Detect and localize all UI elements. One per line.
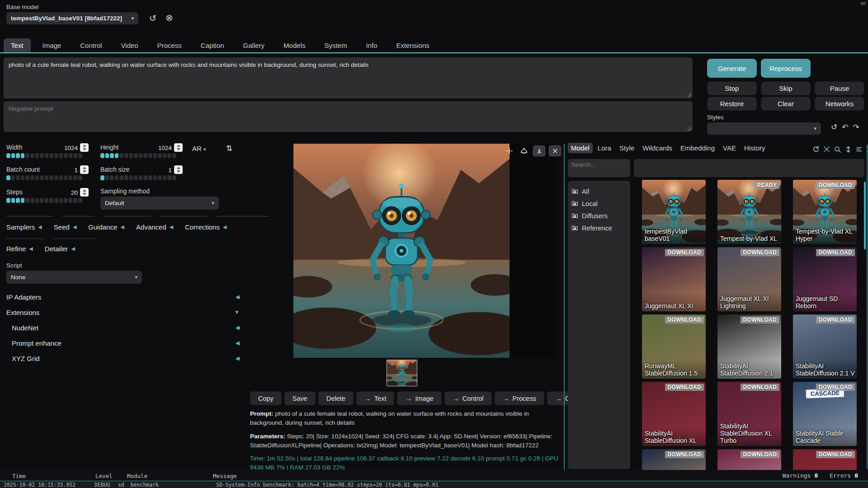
accordion-guidance[interactable]: Guidance◀	[88, 223, 124, 231]
tab-process[interactable]: Process	[150, 38, 189, 52]
section-extensions[interactable]: Extensions▼	[4, 305, 242, 320]
accordion-advanced[interactable]: Advanced◀	[136, 223, 173, 231]
unload-model-icon[interactable]: ⊗	[165, 12, 173, 24]
networks-tab-embedding[interactable]: Embedding	[677, 143, 718, 153]
steps-stepper[interactable]	[80, 188, 89, 197]
height-stepper[interactable]	[174, 143, 183, 152]
styles-select[interactable]: ▾	[707, 122, 821, 135]
steps-value[interactable]: 20	[49, 189, 78, 196]
networks-tab-history[interactable]: History	[741, 143, 769, 153]
restore-button[interactable]: Restore	[707, 97, 757, 111]
tab-info[interactable]: Info	[359, 38, 384, 52]
tab-models[interactable]: Models	[276, 38, 312, 52]
tab-system[interactable]: System	[317, 38, 354, 52]
pause-button[interactable]: Pause	[815, 81, 864, 95]
batch-size-slider[interactable]	[100, 175, 176, 180]
recycle-icon[interactable]	[519, 145, 529, 156]
send-to-process-button[interactable]: →Process	[495, 391, 544, 405]
accordion-seed[interactable]: Seed◀	[54, 223, 77, 231]
styles-refresh-icon[interactable]: ↺	[831, 122, 837, 132]
tab-gallery[interactable]: Gallery	[236, 38, 272, 52]
batch-count-value[interactable]: 1	[49, 167, 78, 174]
section-xyz-grid[interactable]: XYZ Grid◀	[4, 351, 242, 366]
model-card[interactable]: DOWNLOAD	[642, 449, 706, 470]
networks-view-icon[interactable]	[855, 145, 863, 153]
model-card-tempest-by-vlad-xl-hyper[interactable]: DOWNLOADTempest-by-Vlad XL Hyper	[793, 180, 857, 244]
tab-extensions[interactable]: Extensions	[389, 38, 436, 52]
negative-prompt-input[interactable]	[4, 101, 693, 132]
refresh-model-icon[interactable]: ↺	[149, 12, 156, 24]
log-row[interactable]: 2025-10-02 18:15:33.052 DEBUG sd benchma…	[0, 481, 868, 488]
networks-tab-vae[interactable]: VAE	[720, 143, 739, 153]
networks-tab-style[interactable]: Style	[616, 143, 637, 153]
networks-tab-model[interactable]: Model	[568, 143, 593, 153]
stop-button[interactable]: Stop	[707, 81, 757, 95]
networks-sort-icon[interactable]	[844, 145, 852, 153]
height-slider[interactable]	[100, 153, 176, 158]
generated-image[interactable]	[293, 144, 509, 358]
accordion-refine[interactable]: Refine◀	[6, 245, 33, 253]
send-to-control-button[interactable]: →Control	[444, 391, 492, 405]
delete-button[interactable]: Delete	[318, 391, 354, 405]
networks-close-icon[interactable]	[866, 145, 868, 153]
tab-caption[interactable]: Caption	[193, 38, 231, 52]
model-card-stabilityai-stablediffusion-xl-turbo[interactable]: DOWNLOADStabilityAI StableDiffusion XL T…	[717, 382, 781, 446]
save-button[interactable]: Save	[284, 391, 316, 405]
panel-divider[interactable]	[564, 144, 565, 470]
height-value[interactable]: 1024	[143, 145, 172, 151]
prompt-input[interactable]: photo of a cute female teal robot, walki…	[4, 57, 693, 99]
folder-all[interactable]: All	[571, 185, 627, 197]
batch-count-slider[interactable]	[6, 175, 82, 180]
model-card-juggernaut-xl-xi[interactable]: DOWNLOADJuggernaut XL XI	[642, 247, 706, 311]
networks-button[interactable]: Networks	[815, 97, 864, 111]
styles-save-icon[interactable]: ↷	[853, 122, 859, 132]
tab-text[interactable]: Text	[4, 38, 31, 52]
reprocess-button[interactable]: Reprocess	[761, 59, 811, 78]
section-nudenet[interactable]: NudeNet◀	[4, 320, 242, 335]
model-card-stabilityai-stablediffusion-2-1[interactable]: DOWNLOADStabilityAI StableDiffusion 2.1	[717, 314, 781, 379]
folder-reference[interactable]: Reference	[571, 222, 627, 234]
model-card-stabilityai-stablediffusion-2-1-v[interactable]: DOWNLOADStabilityAI StableDiffusion 2.1 …	[793, 314, 857, 379]
copy-button[interactable]: Copy	[250, 391, 282, 405]
close-icon[interactable]	[549, 145, 561, 156]
batch-size-value[interactable]: 1	[143, 167, 172, 174]
folder-diffusers[interactable]: Diffusers	[571, 210, 627, 222]
model-card-stabilityai-stablediffusion-xl[interactable]: DOWNLOADStabilityAI StableDiffusion XL	[642, 382, 706, 446]
accordion-detailer[interactable]: Detailer◀	[45, 245, 75, 253]
networks-search-icon[interactable]	[834, 145, 841, 153]
model-card-runwayml-stablediffusion-1-5[interactable]: DOWNLOADRunwayML StableDiffusion 1.5	[642, 314, 706, 379]
folder-local[interactable]: Local	[571, 197, 627, 210]
styles-apply-icon[interactable]: ↶	[842, 122, 848, 132]
networks-search-input[interactable]	[568, 159, 630, 177]
send-to-text-button[interactable]: →Text	[356, 391, 395, 405]
model-card[interactable]: DOWNLOAD	[717, 449, 781, 470]
width-value[interactable]: 1024	[49, 145, 78, 151]
grid-icon[interactable]	[504, 145, 515, 156]
tab-video[interactable]: Video	[114, 38, 146, 52]
clear-button[interactable]: Clear	[761, 97, 811, 111]
tab-control[interactable]: Control	[73, 38, 109, 52]
batch-size-stepper[interactable]	[174, 165, 183, 174]
swap-dimensions-icon[interactable]: ⇅	[226, 144, 232, 153]
tab-image[interactable]: Image	[35, 38, 69, 52]
base-model-select[interactable]: tempestByVlad_baseV01 [8bfad17222] ▾	[6, 12, 138, 24]
width-slider[interactable]	[6, 153, 82, 158]
skip-button[interactable]: Skip	[761, 81, 811, 95]
gallery-thumbnail[interactable]	[387, 360, 417, 386]
model-card-tempest-by-vlad-xl[interactable]: READYTempest-by-Vlad XL	[717, 180, 781, 244]
sampling-method-select[interactable]: Default▾	[100, 197, 219, 210]
steps-slider[interactable]	[6, 198, 82, 203]
cards-scrollbar[interactable]	[864, 182, 866, 249]
aspect-ratio-select[interactable]: AR ▾	[192, 145, 206, 152]
script-select[interactable]: None▾	[6, 271, 142, 284]
model-card[interactable]: DOWNLOAD	[793, 449, 857, 470]
accordion-corrections[interactable]: Corrections◀	[185, 223, 226, 231]
section-prompt-enhance[interactable]: Prompt enhance◀	[4, 335, 242, 351]
width-stepper[interactable]	[80, 143, 89, 152]
networks-tab-lora[interactable]: Lora	[594, 143, 614, 153]
send-to-image-button[interactable]: →Image	[397, 391, 441, 405]
batch-count-stepper[interactable]	[80, 165, 89, 174]
model-card-stabilityai-stable-cascade[interactable]: CASCADEDOWNLOADStabilityAI Stable Cascad…	[793, 382, 857, 446]
model-card-juggernaut-xl-xi-lightning[interactable]: DOWNLOADJuggernaut XL XI Lightning	[717, 247, 781, 311]
networks-tab-wildcards[interactable]: Wildcards	[639, 143, 675, 153]
